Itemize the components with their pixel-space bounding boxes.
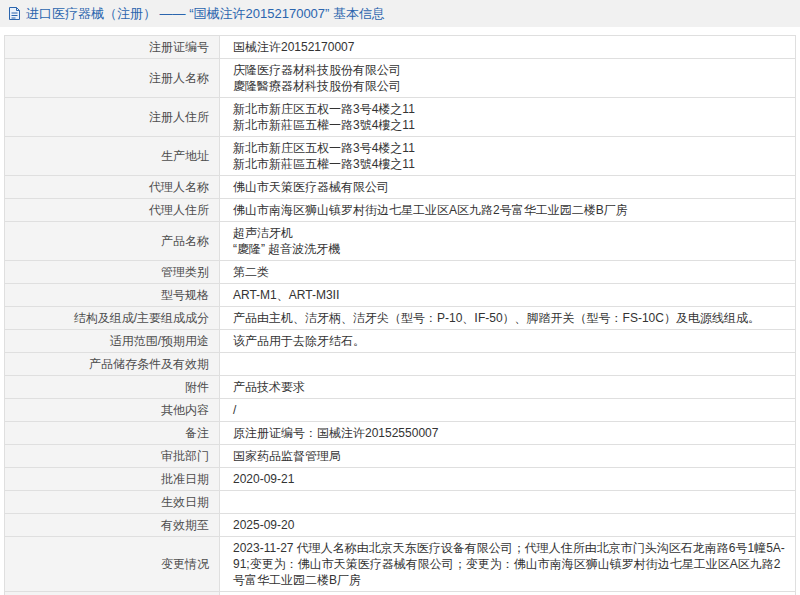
row-value: / bbox=[220, 399, 796, 422]
row-value: 佛山市天策医疗器械有限公司 bbox=[220, 176, 796, 199]
row-value-line: 国家药品监督管理局 bbox=[233, 448, 785, 464]
table-row: 有效期至2025-09-20 bbox=[5, 514, 796, 537]
info-table: 注册证编号国械注许20152170007注册人名称庆隆医疗器材科技股份有限公司慶… bbox=[4, 35, 796, 595]
table-row: 审批部门国家药品监督管理局 bbox=[5, 445, 796, 468]
table-row: 其他内容/ bbox=[5, 399, 796, 422]
row-value-line: 该产品用于去除牙结石。 bbox=[233, 333, 785, 349]
row-label: 变更情况 bbox=[5, 537, 220, 592]
row-value: ART-M1、ART-M3ⅠⅠ bbox=[220, 284, 796, 307]
table-row: 代理人住所佛山市南海区狮山镇罗村街边七星工业区A区九路2号富华工业园二楼B厂房 bbox=[5, 199, 796, 222]
table-row: 代理人名称佛山市天策医疗器械有限公司 bbox=[5, 176, 796, 199]
table-row: 管理类别第二类 bbox=[5, 261, 796, 284]
row-value-line: 第二类 bbox=[233, 264, 785, 280]
row-label: 有效期至 bbox=[5, 514, 220, 537]
row-label: 注册人住所 bbox=[5, 98, 220, 137]
row-label: 管理类别 bbox=[5, 261, 220, 284]
row-value: 该产品用于去除牙结石。 bbox=[220, 330, 796, 353]
table-row: 结构及组成/主要组成成分产品由主机、洁牙柄、洁牙尖（型号：P-10、ⅠF-50）… bbox=[5, 307, 796, 330]
row-value-line: 国械注许20152170007 bbox=[233, 39, 785, 55]
table-row: 生产地址新北市新庄区五权一路3号4楼之11新北市新莊區五權一路3號4樓之11 bbox=[5, 137, 796, 176]
row-value-line: 超声洁牙机 bbox=[233, 225, 785, 241]
page-header: 进口医疗器械（注册） —— “国械注许20152170007” 基本信息 bbox=[0, 0, 800, 27]
table-row: 注册人名称庆隆医疗器材科技股份有限公司慶隆醫療器材科技股份有限公司 bbox=[5, 59, 796, 98]
row-value: 国家药品监督管理局 bbox=[220, 445, 796, 468]
row-value-line: 2025-09-20 bbox=[233, 517, 785, 533]
row-label: 生产地址 bbox=[5, 137, 220, 176]
row-label: 代理人名称 bbox=[5, 176, 220, 199]
page-title: 进口医疗器械（注册） —— “国械注许20152170007” 基本信息 bbox=[26, 5, 385, 23]
row-label: 代理人住所 bbox=[5, 199, 220, 222]
row-value-line: 佛山市天策医疗器械有限公司 bbox=[233, 179, 785, 195]
row-value-line bbox=[233, 356, 785, 372]
registration-info-panel: 注册证编号国械注许20152170007注册人名称庆隆医疗器材科技股份有限公司慶… bbox=[4, 35, 796, 595]
row-value: 国械注许20152170007 bbox=[220, 36, 796, 59]
table-row: 适用范围/预期用途该产品用于去除牙结石。 bbox=[5, 330, 796, 353]
table-row: 产品名称超声洁牙机“慶隆” 超音波洗牙機 bbox=[5, 222, 796, 261]
row-value-line: 新北市新庄区五权一路3号4楼之11 bbox=[233, 140, 785, 156]
table-row: 型号规格ART-M1、ART-M3ⅠⅠ bbox=[5, 284, 796, 307]
row-value-line: 2023-11-27 代理人名称由北京天东医疗设备有限公司；代理人住所由北京市门… bbox=[233, 540, 785, 588]
table-row: 变更情况2023-11-27 代理人名称由北京天东医疗设备有限公司；代理人住所由… bbox=[5, 537, 796, 592]
row-value-line: 新北市新庄区五权一路3号4楼之11 bbox=[233, 101, 785, 117]
row-value-line: 新北市新莊區五權一路3號4樓之11 bbox=[233, 117, 785, 133]
table-row: 生效日期 bbox=[5, 491, 796, 514]
row-value-line: 原注册证编号：国械注许20152550007 bbox=[233, 425, 785, 441]
row-label: 结构及组成/主要组成成分 bbox=[5, 307, 220, 330]
row-value-line bbox=[233, 494, 785, 510]
row-label: 备注 bbox=[5, 422, 220, 445]
row-value-line: ART-M1、ART-M3ⅠⅠ bbox=[233, 287, 785, 303]
row-value: 2020-09-21 bbox=[220, 468, 796, 491]
row-label: 适用范围/预期用途 bbox=[5, 330, 220, 353]
row-label: 产品名称 bbox=[5, 222, 220, 261]
row-value: 庆隆医疗器材科技股份有限公司慶隆醫療器材科技股份有限公司 bbox=[220, 59, 796, 98]
row-value: 新北市新庄区五权一路3号4楼之11新北市新莊區五權一路3號4樓之11 bbox=[220, 137, 796, 176]
row-value-line: “慶隆” 超音波洗牙機 bbox=[233, 241, 785, 257]
row-value-line: / bbox=[233, 402, 785, 418]
row-value: 产品技术要求 bbox=[220, 376, 796, 399]
row-label: 产品储存条件及有效期 bbox=[5, 353, 220, 376]
document-icon bbox=[8, 6, 21, 21]
info-table-body: 注册证编号国械注许20152170007注册人名称庆隆医疗器材科技股份有限公司慶… bbox=[5, 36, 796, 595]
row-value bbox=[220, 353, 796, 376]
row-label: 附件 bbox=[5, 376, 220, 399]
row-label: 注 bbox=[5, 592, 220, 595]
row-label: 审批部门 bbox=[5, 445, 220, 468]
row-label: 批准日期 bbox=[5, 468, 220, 491]
row-value-line: 新北市新莊區五權一路3號4樓之11 bbox=[233, 156, 785, 172]
row-label: 生效日期 bbox=[5, 491, 220, 514]
row-value: 2025-09-20 bbox=[220, 514, 796, 537]
row-value-line: 产品技术要求 bbox=[233, 379, 785, 395]
row-value: 产品由主机、洁牙柄、洁牙尖（型号：P-10、ⅠF-50）、脚踏开关（型号：FS-… bbox=[220, 307, 796, 330]
row-value: 佛山市南海区狮山镇罗村街边七星工业区A区九路2号富华工业园二楼B厂房 bbox=[220, 199, 796, 222]
row-label: 其他内容 bbox=[5, 399, 220, 422]
row-value: 2023-11-27 代理人名称由北京天东医疗设备有限公司；代理人住所由北京市门… bbox=[220, 537, 796, 592]
row-value-line: 庆隆医疗器材科技股份有限公司 bbox=[233, 62, 785, 78]
row-value-line: 慶隆醫療器材科技股份有限公司 bbox=[233, 78, 785, 94]
row-value: 超声洁牙机“慶隆” 超音波洗牙機 bbox=[220, 222, 796, 261]
row-value-line: 佛山市南海区狮山镇罗村街边七星工业区A区九路2号富华工业园二楼B厂房 bbox=[233, 202, 785, 218]
table-row: 注册证编号国械注许20152170007 bbox=[5, 36, 796, 59]
row-value: 详情 bbox=[220, 592, 796, 595]
table-row: 备注原注册证编号：国械注许20152550007 bbox=[5, 422, 796, 445]
row-value: 第二类 bbox=[220, 261, 796, 284]
table-row: 批准日期2020-09-21 bbox=[5, 468, 796, 491]
table-row: 附件产品技术要求 bbox=[5, 376, 796, 399]
row-value: 新北市新庄区五权一路3号4楼之11新北市新莊區五權一路3號4樓之11 bbox=[220, 98, 796, 137]
row-label: 注册证编号 bbox=[5, 36, 220, 59]
row-value: 原注册证编号：国械注许20152550007 bbox=[220, 422, 796, 445]
table-row: 注详情 bbox=[5, 592, 796, 595]
row-label: 型号规格 bbox=[5, 284, 220, 307]
table-row: 产品储存条件及有效期 bbox=[5, 353, 796, 376]
row-value bbox=[220, 491, 796, 514]
row-value-line: 2020-09-21 bbox=[233, 471, 785, 487]
row-label: 注册人名称 bbox=[5, 59, 220, 98]
table-row: 注册人住所新北市新庄区五权一路3号4楼之11新北市新莊區五權一路3號4樓之11 bbox=[5, 98, 796, 137]
row-value-line: 产品由主机、洁牙柄、洁牙尖（型号：P-10、ⅠF-50）、脚踏开关（型号：FS-… bbox=[233, 310, 785, 326]
